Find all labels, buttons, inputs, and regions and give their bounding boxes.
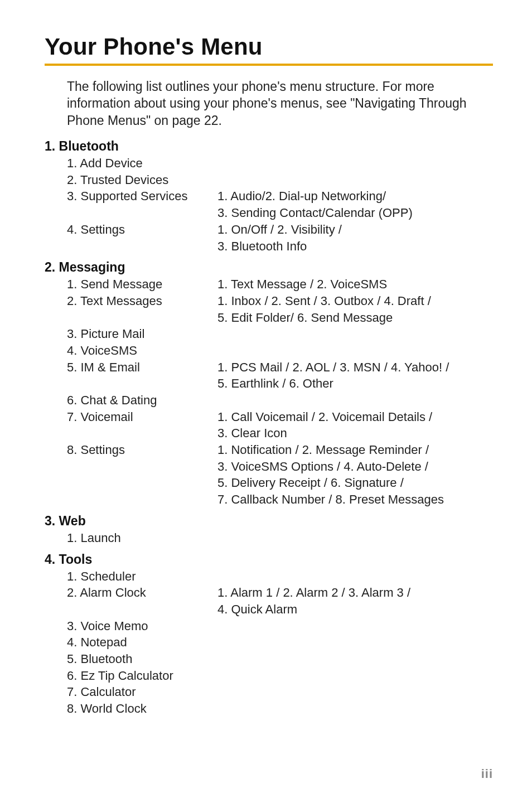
- page-title: Your Phone's Menu: [45, 33, 493, 60]
- section-head-messaging: 2. Messaging: [45, 260, 493, 275]
- menu-right-detail: 1. Inbox / 2. Sent / 3. Outbox / 4. Draf…: [217, 293, 493, 309]
- menu-right-detail: 7. Callback Number / 8. Preset Messages: [217, 491, 493, 508]
- menu-row: 2. Alarm Clock 1. Alarm 1 / 2. Alarm 2 /…: [45, 584, 493, 601]
- menu-right-detail: 1. Alarm 1 / 2. Alarm 2 / 3. Alarm 3 /: [217, 584, 493, 601]
- menu-row: 4. VoiceSMS: [45, 342, 493, 359]
- menu-row: 2. Text Messages 1. Inbox / 2. Sent / 3.…: [45, 293, 493, 309]
- menu-row: 1. Launch: [45, 530, 493, 546]
- menu-row: 1. Add Device: [45, 155, 493, 172]
- menu-right-detail: 1. On/Off / 2. Visibility /: [217, 221, 493, 238]
- menu-right-detail: 1. PCS Mail / 2. AOL / 3. MSN / 4. Yahoo…: [217, 359, 493, 376]
- menu-left-label: 5. IM & Email: [45, 359, 217, 376]
- page-number: iii: [481, 767, 493, 781]
- menu-row: 6. Ez Tip Calculator: [45, 668, 493, 684]
- menu-row: 5. Earthlink / 6. Other: [45, 375, 493, 392]
- menu-left-label: 2. Trusted Devices: [45, 172, 217, 188]
- menu-left-label: 1. Launch: [45, 530, 217, 546]
- menu-left-label: 6. Ez Tip Calculator: [45, 668, 217, 684]
- intro-paragraph: The following list outlines your phone's…: [45, 78, 493, 129]
- menu-left-label: 5. Bluetooth: [45, 651, 217, 668]
- menu-left-label: 6. Chat & Dating: [45, 392, 217, 409]
- menu-left-label: 3. Supported Services: [45, 188, 217, 205]
- menu-row: 5. Edit Folder/ 6. Send Message: [45, 309, 493, 326]
- menu-row: 5. IM & Email 1. PCS Mail / 2. AOL / 3. …: [45, 359, 493, 376]
- menu-left-label: 8. World Clock: [45, 700, 217, 717]
- menu-row: 3. Bluetooth Info: [45, 238, 493, 255]
- menu-row: 7. Calculator: [45, 684, 493, 700]
- menu-row: 3. Supported Services 1. Audio/2. Dial-u…: [45, 188, 493, 205]
- menu-left-label: 4. Notepad: [45, 634, 217, 651]
- menu-row: 1. Scheduler: [45, 568, 493, 585]
- menu-row: 3. VoiceSMS Options / 4. Auto-Delete /: [45, 458, 493, 475]
- menu-row: 5. Delivery Receipt / 6. Signature /: [45, 475, 493, 491]
- section-head-bluetooth: 1. Bluetooth: [45, 139, 493, 154]
- menu-row: 4. Settings 1. On/Off / 2. Visibility /: [45, 221, 493, 238]
- menu-left-label: 1. Add Device: [45, 155, 217, 172]
- menu-left-label: 4. Settings: [45, 221, 217, 238]
- menu-left-label: 1. Send Message: [45, 276, 217, 293]
- menu-row: 3. Voice Memo: [45, 618, 493, 635]
- document-page: Your Phone's Menu The following list out…: [0, 0, 532, 798]
- menu-left-label: 2. Alarm Clock: [45, 584, 217, 601]
- menu-row: 1. Send Message 1. Text Message / 2. Voi…: [45, 276, 493, 293]
- menu-right-detail: 5. Delivery Receipt / 6. Signature /: [217, 475, 493, 491]
- menu-row: 7. Callback Number / 8. Preset Messages: [45, 491, 493, 508]
- menu-row: 3. Sending Contact/Calendar (OPP): [45, 205, 493, 221]
- menu-right-detail: 1. Audio/2. Dial-up Networking/: [217, 188, 493, 205]
- menu-right-detail: 5. Earthlink / 6. Other: [217, 375, 493, 392]
- menu-right-detail: 3. Bluetooth Info: [217, 238, 493, 255]
- menu-right-detail: 3. Clear Icon: [217, 425, 493, 442]
- menu-row: 6. Chat & Dating: [45, 392, 493, 409]
- menu-left-label: 8. Settings: [45, 442, 217, 458]
- menu-right-detail: 1. Notification / 2. Message Reminder /: [217, 442, 493, 458]
- menu-row: 4. Quick Alarm: [45, 601, 493, 618]
- menu-right-detail: 1. Text Message / 2. VoiceSMS: [217, 276, 493, 293]
- menu-row: 2. Trusted Devices: [45, 172, 493, 188]
- menu-right-detail: 1. Call Voicemail / 2. Voicemail Details…: [217, 409, 493, 425]
- menu-left-label: 3. Voice Memo: [45, 618, 217, 635]
- menu-left-label: 2. Text Messages: [45, 293, 217, 309]
- menu-left-label: 1. Scheduler: [45, 568, 217, 585]
- menu-row: 5. Bluetooth: [45, 651, 493, 668]
- menu-right-detail: 4. Quick Alarm: [217, 601, 493, 618]
- title-underline: [45, 64, 493, 66]
- menu-left-label: 7. Voicemail: [45, 409, 217, 425]
- menu-left-label: 7. Calculator: [45, 684, 217, 700]
- menu-row: 3. Clear Icon: [45, 425, 493, 442]
- menu-row: 4. Notepad: [45, 634, 493, 651]
- menu-row: 3. Picture Mail: [45, 326, 493, 342]
- menu-left-label: 4. VoiceSMS: [45, 342, 217, 359]
- menu-right-detail: 5. Edit Folder/ 6. Send Message: [217, 309, 493, 326]
- menu-right-detail: 3. Sending Contact/Calendar (OPP): [217, 205, 493, 221]
- section-head-web: 3. Web: [45, 514, 493, 529]
- menu-row: 8. World Clock: [45, 700, 493, 717]
- menu-row: 8. Settings 1. Notification / 2. Message…: [45, 442, 493, 458]
- menu-left-label: 3. Picture Mail: [45, 326, 217, 342]
- section-head-tools: 4. Tools: [45, 552, 493, 567]
- menu-right-detail: 3. VoiceSMS Options / 4. Auto-Delete /: [217, 458, 493, 475]
- menu-row: 7. Voicemail 1. Call Voicemail / 2. Voic…: [45, 409, 493, 425]
